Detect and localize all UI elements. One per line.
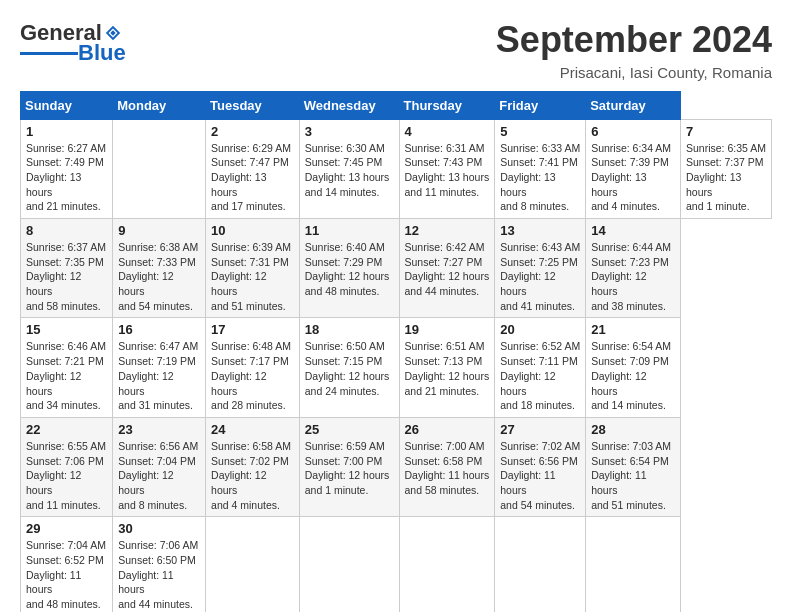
day-info: Sunrise: 6:50 AM Sunset: 7:15 PM Dayligh… — [305, 339, 394, 398]
col-header-wednesday: Wednesday — [299, 91, 399, 119]
day-info: Sunrise: 7:00 AM Sunset: 6:58 PM Dayligh… — [405, 439, 490, 498]
day-number: 12 — [405, 223, 490, 238]
calendar-cell: 22Sunrise: 6:55 AM Sunset: 7:06 PM Dayli… — [21, 417, 113, 516]
day-info: Sunrise: 6:46 AM Sunset: 7:21 PM Dayligh… — [26, 339, 107, 412]
calendar-cell: 1Sunrise: 6:27 AM Sunset: 7:49 PM Daylig… — [21, 119, 113, 218]
calendar-cell: 5Sunrise: 6:33 AM Sunset: 7:41 PM Daylig… — [495, 119, 586, 218]
day-number: 27 — [500, 422, 580, 437]
day-number: 4 — [405, 124, 490, 139]
calendar-cell: 21Sunrise: 6:54 AM Sunset: 7:09 PM Dayli… — [586, 318, 681, 417]
day-number: 3 — [305, 124, 394, 139]
day-info: Sunrise: 6:39 AM Sunset: 7:31 PM Dayligh… — [211, 240, 294, 313]
calendar-cell: 20Sunrise: 6:52 AM Sunset: 7:11 PM Dayli… — [495, 318, 586, 417]
day-number: 11 — [305, 223, 394, 238]
day-info: Sunrise: 6:37 AM Sunset: 7:35 PM Dayligh… — [26, 240, 107, 313]
day-info: Sunrise: 6:38 AM Sunset: 7:33 PM Dayligh… — [118, 240, 200, 313]
page-header: General Blue September 2024 Prisacani, I… — [20, 20, 772, 81]
calendar-cell: 2Sunrise: 6:29 AM Sunset: 7:47 PM Daylig… — [206, 119, 300, 218]
day-number: 30 — [118, 521, 200, 536]
day-number: 19 — [405, 322, 490, 337]
logo: General Blue — [20, 20, 126, 66]
calendar-cell: 24Sunrise: 6:58 AM Sunset: 7:02 PM Dayli… — [206, 417, 300, 516]
day-info: Sunrise: 7:02 AM Sunset: 6:56 PM Dayligh… — [500, 439, 580, 512]
calendar-week-row: 1Sunrise: 6:27 AM Sunset: 7:49 PM Daylig… — [21, 119, 772, 218]
calendar-cell: 8Sunrise: 6:37 AM Sunset: 7:35 PM Daylig… — [21, 219, 113, 318]
calendar-cell — [113, 119, 206, 218]
day-info: Sunrise: 7:04 AM Sunset: 6:52 PM Dayligh… — [26, 538, 107, 611]
calendar-cell — [399, 517, 495, 612]
calendar-week-row: 22Sunrise: 6:55 AM Sunset: 7:06 PM Dayli… — [21, 417, 772, 516]
day-info: Sunrise: 6:52 AM Sunset: 7:11 PM Dayligh… — [500, 339, 580, 412]
calendar-cell: 30Sunrise: 7:06 AM Sunset: 6:50 PM Dayli… — [113, 517, 206, 612]
day-number: 5 — [500, 124, 580, 139]
calendar-cell: 10Sunrise: 6:39 AM Sunset: 7:31 PM Dayli… — [206, 219, 300, 318]
day-info: Sunrise: 6:31 AM Sunset: 7:43 PM Dayligh… — [405, 141, 490, 200]
day-number: 16 — [118, 322, 200, 337]
calendar-cell: 19Sunrise: 6:51 AM Sunset: 7:13 PM Dayli… — [399, 318, 495, 417]
calendar-cell — [299, 517, 399, 612]
day-number: 20 — [500, 322, 580, 337]
day-info: Sunrise: 6:51 AM Sunset: 7:13 PM Dayligh… — [405, 339, 490, 398]
col-header-tuesday: Tuesday — [206, 91, 300, 119]
location: Prisacani, Iasi County, Romania — [496, 64, 772, 81]
day-number: 10 — [211, 223, 294, 238]
day-info: Sunrise: 6:42 AM Sunset: 7:27 PM Dayligh… — [405, 240, 490, 299]
day-number: 26 — [405, 422, 490, 437]
day-info: Sunrise: 6:43 AM Sunset: 7:25 PM Dayligh… — [500, 240, 580, 313]
title-area: September 2024 Prisacani, Iasi County, R… — [496, 20, 772, 81]
calendar-cell: 6Sunrise: 6:34 AM Sunset: 7:39 PM Daylig… — [586, 119, 681, 218]
day-info: Sunrise: 6:35 AM Sunset: 7:37 PM Dayligh… — [686, 141, 766, 214]
day-number: 22 — [26, 422, 107, 437]
day-number: 17 — [211, 322, 294, 337]
calendar-cell: 3Sunrise: 6:30 AM Sunset: 7:45 PM Daylig… — [299, 119, 399, 218]
day-number: 21 — [591, 322, 675, 337]
calendar-cell — [495, 517, 586, 612]
month-title: September 2024 — [496, 20, 772, 60]
calendar-cell: 11Sunrise: 6:40 AM Sunset: 7:29 PM Dayli… — [299, 219, 399, 318]
calendar-cell: 16Sunrise: 6:47 AM Sunset: 7:19 PM Dayli… — [113, 318, 206, 417]
calendar-cell: 12Sunrise: 6:42 AM Sunset: 7:27 PM Dayli… — [399, 219, 495, 318]
day-number: 2 — [211, 124, 294, 139]
calendar-cell: 25Sunrise: 6:59 AM Sunset: 7:00 PM Dayli… — [299, 417, 399, 516]
day-number: 6 — [591, 124, 675, 139]
day-info: Sunrise: 6:40 AM Sunset: 7:29 PM Dayligh… — [305, 240, 394, 299]
day-info: Sunrise: 6:30 AM Sunset: 7:45 PM Dayligh… — [305, 141, 394, 200]
day-number: 24 — [211, 422, 294, 437]
calendar-cell: 28Sunrise: 7:03 AM Sunset: 6:54 PM Dayli… — [586, 417, 681, 516]
day-number: 14 — [591, 223, 675, 238]
calendar-table: SundayMondayTuesdayWednesdayThursdayFrid… — [20, 91, 772, 612]
calendar-cell: 4Sunrise: 6:31 AM Sunset: 7:43 PM Daylig… — [399, 119, 495, 218]
day-info: Sunrise: 6:29 AM Sunset: 7:47 PM Dayligh… — [211, 141, 294, 214]
calendar-cell — [206, 517, 300, 612]
calendar-cell: 7Sunrise: 6:35 AM Sunset: 7:37 PM Daylig… — [680, 119, 771, 218]
col-header-friday: Friday — [495, 91, 586, 119]
calendar-cell: 13Sunrise: 6:43 AM Sunset: 7:25 PM Dayli… — [495, 219, 586, 318]
col-header-thursday: Thursday — [399, 91, 495, 119]
col-header-sunday: Sunday — [21, 91, 113, 119]
day-info: Sunrise: 6:44 AM Sunset: 7:23 PM Dayligh… — [591, 240, 675, 313]
calendar-cell: 17Sunrise: 6:48 AM Sunset: 7:17 PM Dayli… — [206, 318, 300, 417]
day-number: 7 — [686, 124, 766, 139]
day-info: Sunrise: 7:03 AM Sunset: 6:54 PM Dayligh… — [591, 439, 675, 512]
day-info: Sunrise: 6:58 AM Sunset: 7:02 PM Dayligh… — [211, 439, 294, 512]
day-number: 1 — [26, 124, 107, 139]
day-number: 29 — [26, 521, 107, 536]
calendar-header-row: SundayMondayTuesdayWednesdayThursdayFrid… — [21, 91, 772, 119]
calendar-cell: 23Sunrise: 6:56 AM Sunset: 7:04 PM Dayli… — [113, 417, 206, 516]
calendar-cell: 29Sunrise: 7:04 AM Sunset: 6:52 PM Dayli… — [21, 517, 113, 612]
calendar-cell — [586, 517, 681, 612]
day-number: 15 — [26, 322, 107, 337]
day-info: Sunrise: 6:33 AM Sunset: 7:41 PM Dayligh… — [500, 141, 580, 214]
day-number: 18 — [305, 322, 394, 337]
calendar-cell: 26Sunrise: 7:00 AM Sunset: 6:58 PM Dayli… — [399, 417, 495, 516]
calendar-week-row: 29Sunrise: 7:04 AM Sunset: 6:52 PM Dayli… — [21, 517, 772, 612]
col-header-monday: Monday — [113, 91, 206, 119]
calendar-cell: 15Sunrise: 6:46 AM Sunset: 7:21 PM Dayli… — [21, 318, 113, 417]
calendar-cell: 27Sunrise: 7:02 AM Sunset: 6:56 PM Dayli… — [495, 417, 586, 516]
day-info: Sunrise: 7:06 AM Sunset: 6:50 PM Dayligh… — [118, 538, 200, 611]
day-info: Sunrise: 6:54 AM Sunset: 7:09 PM Dayligh… — [591, 339, 675, 412]
calendar-week-row: 8Sunrise: 6:37 AM Sunset: 7:35 PM Daylig… — [21, 219, 772, 318]
logo-blue: Blue — [78, 40, 126, 66]
day-info: Sunrise: 6:56 AM Sunset: 7:04 PM Dayligh… — [118, 439, 200, 512]
day-number: 25 — [305, 422, 394, 437]
